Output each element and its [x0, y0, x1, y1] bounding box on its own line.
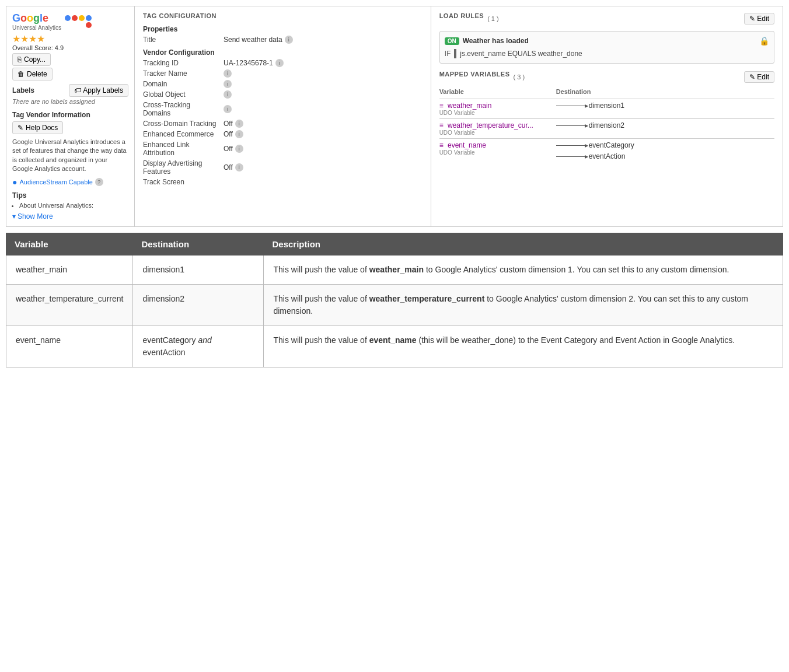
variable-cell: weather_main	[6, 255, 133, 284]
title-row: Title Send weather data i	[143, 36, 423, 44]
mapped-variables-edit-button[interactable]: Edit	[744, 71, 774, 83]
dest-block: ▶ dimension2	[556, 121, 774, 130]
desc-rest: to Google Analytics' custom dimension 1.…	[426, 265, 729, 274]
bullet-icon: ●	[12, 177, 17, 187]
info-icon[interactable]: ?	[95, 178, 103, 186]
desc-bold: weather_temperature_current	[369, 294, 485, 303]
load-rules-edit-button[interactable]: Edit	[744, 13, 774, 24]
tracker-info-icon[interactable]: i	[224, 69, 232, 78]
cross-domain-row: Cross-Domain Tracking Off i	[143, 120, 423, 128]
mapped-variables-header: MAPPED VARIABLES ( 3 ) Edit	[439, 71, 774, 83]
var-name[interactable]: weather_main	[448, 102, 491, 110]
dest-arrow: ▶ dimension1	[556, 102, 774, 110]
table-row: weather_temperature_current dimension2 T…	[6, 284, 783, 326]
product-name: Universal Analytics	[12, 24, 61, 31]
track-screen-label: Track Screen	[143, 178, 219, 186]
dest-arrow-1: ▶ eventCategory	[556, 141, 774, 149]
tracker-name-value: i	[224, 69, 232, 78]
logo-dots	[65, 15, 92, 28]
row-icon: ≡	[439, 102, 444, 110]
desc-plain: This will push the value of	[273, 265, 369, 274]
description-cell: This will push the value of event_name (…	[264, 326, 783, 367]
display-advertising-label: Display Advertising Features	[143, 159, 219, 176]
dest-name: dimension2	[589, 121, 624, 130]
dest-arrow-2: ▶ eventAction	[556, 152, 774, 160]
rule-box: ON Weather has loaded 🔒 IF js.event_name…	[439, 31, 774, 64]
sidebar-description: Google Universal Analytics introduces a …	[12, 138, 128, 174]
load-rules-header: LOAD RULES ( 1 ) Edit	[439, 12, 774, 25]
row-icon: ≡	[439, 121, 444, 130]
apply-labels-button[interactable]: Apply Labels	[69, 84, 128, 97]
load-rules-count: ( 1 )	[487, 15, 499, 22]
mapped-variables-title: MAPPED VARIABLES	[439, 71, 510, 78]
description-cell: This will push the value of weather_temp…	[264, 284, 783, 326]
desc-bold: event_name	[369, 335, 417, 345]
cross-tracking-info-icon[interactable]: i	[224, 105, 232, 113]
dest-italic: and	[198, 335, 211, 345]
star-rating: ★★★★	[12, 33, 128, 44]
domain-info-icon[interactable]: i	[224, 80, 232, 88]
rules-panel: LOAD RULES ( 1 ) Edit ON Weather has loa…	[431, 6, 783, 226]
tag-vendor-title: Tag Vendor Information	[12, 111, 128, 119]
enhanced-link-row: Enhanced Link Attribution Off i	[143, 141, 423, 157]
load-rules-title: LOAD RULES	[439, 12, 484, 19]
col-variable-header: Variable	[439, 88, 556, 95]
tag-config-title: TAG CONFIGURATION	[143, 12, 423, 19]
desc-bold: weather_main	[369, 265, 424, 274]
enhanced-ecommerce-info-icon[interactable]: i	[235, 130, 243, 138]
delete-button[interactable]: Delete	[12, 68, 53, 80]
display-advertising-row: Display Advertising Features Off i	[143, 159, 423, 176]
show-more-button[interactable]: Show More	[12, 212, 128, 220]
var-type: UDO Variable	[439, 149, 556, 156]
desc-rest: (this will be weather_done) to the Event…	[419, 335, 735, 345]
cross-domain-info-icon[interactable]: i	[235, 120, 243, 128]
properties-label: Properties	[143, 25, 423, 33]
enhanced-link-info-icon[interactable]: i	[235, 145, 243, 153]
destination-cell: dimension2	[133, 284, 264, 326]
global-info-icon[interactable]: i	[224, 90, 232, 99]
tracking-id-label: Tracking ID	[143, 59, 219, 67]
domain-label: Domain	[143, 80, 219, 88]
labels-row: Labels Apply Labels	[12, 84, 128, 97]
display-advertising-info-icon[interactable]: i	[235, 163, 243, 172]
mapped-pencil-icon	[749, 73, 755, 81]
variable-cell: event_name	[6, 326, 133, 367]
enhanced-ecommerce-label: Enhanced Ecommerce	[143, 130, 219, 138]
dest-block: ▶ eventCategory ▶ eventAction	[556, 141, 774, 160]
logo-area: Google Universal Analytics	[12, 12, 128, 31]
var-block: ≡ weather_main UDO Variable	[439, 102, 556, 116]
tracker-name-row: Tracker Name i	[143, 69, 423, 78]
trash-icon	[18, 70, 25, 78]
var-block: ≡ weather_temperature_cur... UDO Variabl…	[439, 121, 556, 136]
tracking-id-value: UA-12345678-1 i	[224, 59, 284, 67]
google-logo: Google	[12, 12, 48, 24]
no-labels-text: There are no labels assigned	[12, 98, 128, 105]
global-object-row: Global Object i	[143, 90, 423, 99]
condition-text: js.event_name EQUALS weather_done	[460, 50, 582, 58]
desc-plain: This will push the value of	[273, 294, 369, 303]
description-cell: This will push the value of weather_main…	[264, 255, 783, 284]
var-name[interactable]: weather_temperature_cur...	[448, 121, 533, 130]
domain-value: i	[224, 80, 232, 88]
copy-button[interactable]: Copy...	[12, 53, 51, 66]
bottom-table: Variable Destination Description weather…	[6, 233, 783, 368]
tag-config-panel: TAG CONFIGURATION Properties Title Send …	[135, 6, 431, 226]
var-name[interactable]: event_name	[448, 141, 486, 149]
dest-name-1: eventCategory	[589, 141, 634, 149]
title-value: Send weather data i	[224, 36, 293, 44]
cross-tracking-value: i	[224, 105, 232, 113]
tracker-name-label: Tracker Name	[143, 69, 219, 78]
tips-item: About Universal Analytics:	[19, 202, 128, 209]
if-label: IF	[445, 50, 451, 58]
help-docs-button[interactable]: ✎ Help Docs	[12, 121, 63, 134]
chevron-down-icon	[12, 212, 16, 220]
lock-icon: 🔒	[759, 36, 769, 46]
row-icon: ≡	[439, 141, 444, 149]
overall-score: Overall Score: 4.9	[12, 44, 128, 51]
rule-condition: IF js.event_name EQUALS weather_done	[445, 49, 769, 58]
enhanced-ecommerce-value: Off i	[224, 130, 243, 138]
copy-icon	[18, 55, 22, 64]
title-info-icon[interactable]: i	[285, 36, 293, 44]
tracking-info-icon[interactable]: i	[275, 59, 284, 67]
col-destination-header: Destination	[556, 88, 774, 95]
